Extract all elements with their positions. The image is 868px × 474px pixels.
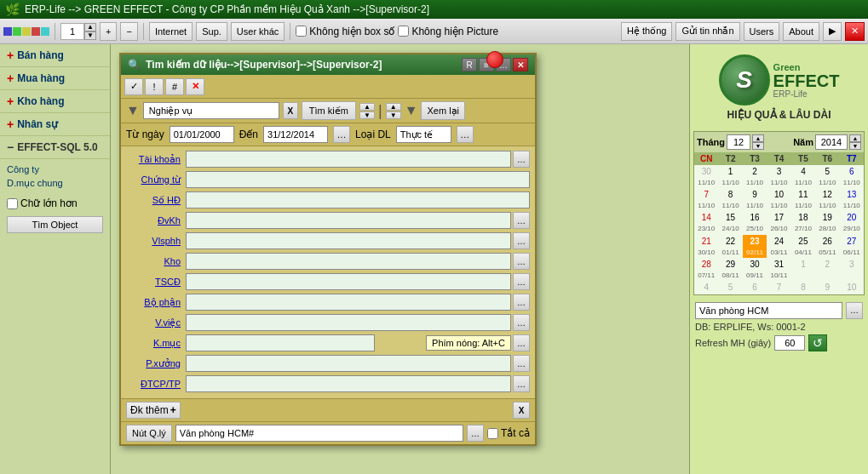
cal-cell-1-6[interactable]: 1311/10 <box>840 188 864 211</box>
dtcp-tp-input[interactable] <box>186 375 511 392</box>
refresh-btn[interactable]: ↺ <box>808 334 827 351</box>
sidebar-item-nhan-su[interactable]: + Nhân sự <box>0 113 110 136</box>
num-input[interactable]: 1 <box>60 23 84 40</box>
sidebar-item-mua-hang[interactable]: + Mua hàng <box>0 67 110 90</box>
cal-cell-3-5[interactable]: 2605/11 <box>815 235 839 258</box>
dk-them-btn[interactable]: Đk thêm + <box>126 402 181 419</box>
so-hd-label[interactable]: Số HĐ <box>126 195 186 206</box>
p-xuong-browse-btn[interactable]: … <box>513 355 530 372</box>
cal-cell-3-4[interactable]: 2504/11 <box>791 235 815 258</box>
van-phong-input[interactable] <box>695 302 842 319</box>
bo-phan-browse-btn[interactable]: … <box>513 294 530 311</box>
cal-cell-1-1[interactable]: 811/10 <box>718 188 742 211</box>
tat-ca-input[interactable] <box>487 428 498 439</box>
dialog-tb-exclaim-btn[interactable]: ! <box>145 78 164 95</box>
k-muc-input[interactable] <box>186 334 375 351</box>
cal-cell-2-0[interactable]: 1423/10 <box>694 211 718 234</box>
bottom-x-btn[interactable]: X <box>513 402 530 419</box>
dtcp-tp-browse-btn[interactable]: … <box>513 375 530 392</box>
cal-cell-0-6[interactable]: 611/10 <box>840 165 864 188</box>
from-date-input[interactable]: 01/01/2000 <box>170 126 234 143</box>
refresh-input[interactable] <box>774 335 805 351</box>
arrow-right-btn[interactable]: ▶ <box>823 22 842 41</box>
cal-cell-4-4[interactable]: 1 <box>791 258 815 281</box>
dialog-restore-btn[interactable]: R <box>462 58 477 71</box>
year-input[interactable] <box>815 134 848 150</box>
khong-hien-pic-input[interactable] <box>398 26 409 37</box>
sup-btn[interactable]: Sup. <box>196 22 227 41</box>
cal-cell-0-0[interactable]: 3011/10 <box>694 165 718 188</box>
search-up-btn[interactable]: ▲ <box>359 103 375 111</box>
bo-phan-label[interactable]: Bộ phận <box>126 297 186 308</box>
cal-cell-0-4[interactable]: 411/10 <box>791 165 815 188</box>
cal-cell-1-3[interactable]: 1011/10 <box>767 188 790 211</box>
cal-cell-3-1[interactable]: 2201/11 <box>718 235 742 258</box>
plus-btn[interactable]: + <box>100 22 117 41</box>
cal-cell-4-6[interactable]: 3 <box>840 258 864 281</box>
cal-cell-5-1[interactable]: 5 <box>718 281 742 294</box>
footer-value-input[interactable]: Văn phòng HCM# <box>175 425 463 442</box>
cal-cell-4-2[interactable]: 3009/11 <box>743 258 767 281</box>
p-xuong-input[interactable] <box>186 355 511 372</box>
cal-cell-2-1[interactable]: 1524/10 <box>718 211 742 234</box>
cal-cell-5-4[interactable]: 8 <box>791 281 815 294</box>
nut-qly-btn[interactable]: Nút Q.lý <box>126 425 172 442</box>
num-up-btn[interactable]: ▲ <box>84 23 96 31</box>
van-phong-browse-btn[interactable]: … <box>846 302 863 319</box>
footer-browse-btn[interactable]: … <box>467 425 484 442</box>
about-btn[interactable]: About <box>783 22 819 41</box>
v-viec-browse-btn[interactable]: … <box>513 314 530 331</box>
cal-cell-1-2[interactable]: 911/10 <box>743 188 767 211</box>
xem-lai-btn[interactable]: Xem lại <box>421 101 465 120</box>
so-hd-input[interactable] <box>186 191 530 208</box>
cal-cell-2-5[interactable]: 1928/10 <box>815 211 839 234</box>
dialog-tb-x-btn[interactable]: ✕ <box>186 78 204 95</box>
cal-cell-5-3[interactable]: 7 <box>767 281 790 294</box>
p-xuong-label[interactable]: P.xưởng <box>126 358 186 369</box>
cal-cell-2-4[interactable]: 1827/10 <box>791 211 815 234</box>
tim-kiem-btn[interactable]: Tìm kiếm <box>302 101 356 120</box>
search-a-down-btn[interactable]: ▼ <box>386 111 401 119</box>
cal-cell-3-6[interactable]: 2706/11 <box>840 235 864 258</box>
tscd-input[interactable] <box>186 273 511 290</box>
gui-tin-nhan-btn[interactable]: Gửi tin nhắn <box>675 22 739 41</box>
cal-cell-0-2[interactable]: 211/10 <box>743 165 767 188</box>
cal-cell-4-3[interactable]: 3110/11 <box>767 258 790 281</box>
cal-cell-2-6[interactable]: 2029/10 <box>840 211 864 234</box>
year-up-btn[interactable]: ▲ <box>849 134 861 142</box>
tat-ca-checkbox[interactable]: Tắt cả <box>487 427 530 439</box>
cal-cell-5-5[interactable]: 9 <box>815 281 839 294</box>
loai-dl-browse-btn[interactable]: … <box>457 126 474 143</box>
vlspph-browse-btn[interactable]: … <box>513 232 530 249</box>
minus-btn[interactable]: − <box>120 22 137 41</box>
tai-khoan-label[interactable]: Tài khoản <box>126 154 186 165</box>
k-muc-label[interactable]: K.mục <box>126 338 186 349</box>
cal-cell-2-2[interactable]: 1625/10 <box>743 211 767 234</box>
tim-object-btn[interactable]: Tìm Object <box>7 216 103 233</box>
chung-tu-input[interactable] <box>186 171 530 188</box>
dvkh-browse-btn[interactable]: … <box>513 212 530 229</box>
date-browse-btn[interactable]: … <box>333 126 350 143</box>
cal-cell-4-0[interactable]: 2807/11 <box>694 258 718 281</box>
search-down-btn[interactable]: ▼ <box>359 111 375 119</box>
user-khac-btn[interactable]: User khác <box>231 22 285 41</box>
month-input[interactable] <box>727 134 750 150</box>
cal-cell-0-5[interactable]: 511/10 <box>815 165 839 188</box>
he-thong-btn[interactable]: Hệ thống <box>621 22 672 41</box>
month-down-btn[interactable]: ▼ <box>752 142 764 150</box>
khong-hien-pic-checkbox[interactable]: Không hiện Picture <box>398 26 498 37</box>
close-window-btn[interactable]: ✕ <box>845 22 865 41</box>
chung-tu-label[interactable]: Chứng từ <box>126 174 186 186</box>
kho-label[interactable]: Kho <box>126 256 186 266</box>
cal-cell-3-2[interactable]: 2302/11 <box>743 235 767 258</box>
cal-cell-5-2[interactable]: 6 <box>743 281 767 294</box>
cal-cell-5-0[interactable]: 4 <box>694 281 718 294</box>
users-btn[interactable]: Users <box>744 22 780 41</box>
to-date-input[interactable]: 31/12/2014 <box>263 126 328 143</box>
search-clear-btn[interactable]: X <box>283 102 298 119</box>
tai-khoan-browse-btn[interactable]: … <box>513 151 530 168</box>
dvkh-label[interactable]: ĐvKh <box>126 215 186 226</box>
num-down-btn[interactable]: ▼ <box>84 31 96 40</box>
dialog-tb-hash-btn[interactable]: # <box>165 78 184 95</box>
cal-cell-4-1[interactable]: 2908/11 <box>718 258 742 281</box>
